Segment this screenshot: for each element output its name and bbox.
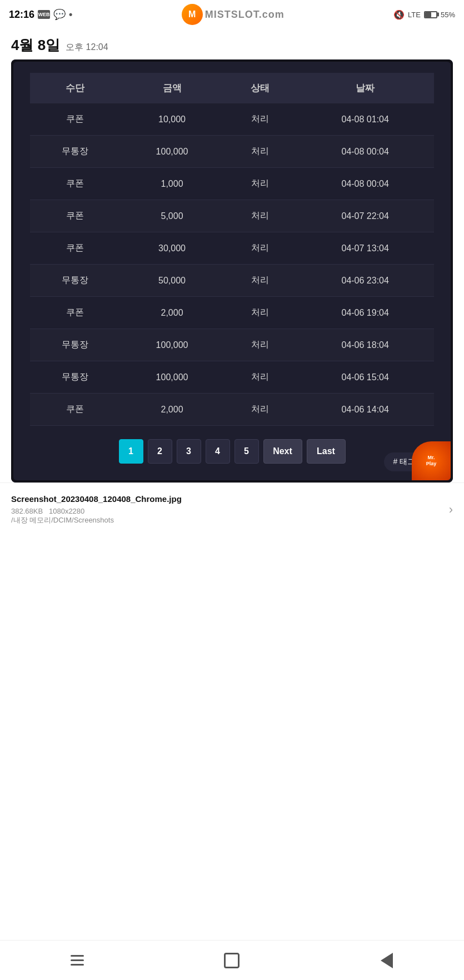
last-button[interactable]: Last: [307, 439, 346, 464]
cell-method: 쿠폰: [30, 200, 121, 232]
page-2-button[interactable]: 2: [148, 439, 172, 464]
cell-date: 04-07 13:04: [296, 232, 434, 265]
cell-status: 처리: [223, 103, 296, 136]
table-row: 쿠폰 5,000 처리 04-07 22:04: [30, 200, 434, 232]
status-icons-right: 🔇 LTE 55%: [393, 9, 455, 20]
next-button[interactable]: Next: [263, 439, 302, 464]
cell-status: 처리: [223, 136, 296, 168]
status-bar: 12:16 WEB 💬 • M MISTSLOT.com 🔇 LTE 55%: [0, 0, 464, 29]
cell-date: 04-06 14:04: [296, 394, 434, 426]
cell-date: 04-06 23:04: [296, 265, 434, 297]
cell-date: 04-08 00:04: [296, 168, 434, 200]
cell-status: 처리: [223, 200, 296, 232]
col-header-status: 상태: [223, 73, 296, 103]
cell-amount: 2,000: [121, 297, 223, 329]
back-icon: [381, 953, 393, 968]
mute-icon: 🔇: [393, 9, 405, 20]
screenshot-frame: 수단 금액 상태 날짜 쿠폰 10,000 처리 04-08 01:04 무통장…: [11, 59, 453, 482]
cell-amount: 30,000: [121, 232, 223, 265]
cell-method: 쿠폰: [30, 232, 121, 265]
cell-method: 쿠폰: [30, 103, 121, 136]
cell-amount: 1,000: [121, 168, 223, 200]
home-nav-button[interactable]: [218, 947, 246, 974]
page-1-button[interactable]: 1: [119, 439, 143, 464]
cell-date: 04-08 00:04: [296, 136, 434, 168]
col-header-method: 수단: [30, 73, 121, 103]
cell-method: 무통장: [30, 329, 121, 361]
cell-method: 무통장: [30, 265, 121, 297]
cell-date: 04-08 01:04: [296, 103, 434, 136]
time-display: 12:16: [9, 9, 34, 21]
page-3-button[interactable]: 3: [177, 439, 201, 464]
cell-method: 쿠폰: [30, 168, 121, 200]
file-dimensions: 1080x2280: [45, 507, 85, 515]
cell-status: 처리: [223, 329, 296, 361]
battery-icon: [424, 11, 437, 18]
screenshot-container: 수단 금액 상태 날짜 쿠폰 10,000 처리 04-08 01:04 무통장…: [11, 59, 453, 482]
cell-status: 처리: [223, 265, 296, 297]
file-size: 382.68KB: [11, 507, 43, 515]
file-name: Screenshot_20230408_120408_Chrome.jpg: [11, 494, 182, 504]
talk-icon: 💬: [53, 8, 66, 21]
mrplay-logo: Mr.Play: [412, 441, 451, 480]
cell-status: 처리: [223, 394, 296, 426]
table-row: 무통장 100,000 처리 04-06 15:04: [30, 361, 434, 394]
cell-amount: 100,000: [121, 136, 223, 168]
table-row: 쿠폰 1,000 처리 04-08 00:04: [30, 168, 434, 200]
page-4-button[interactable]: 4: [206, 439, 230, 464]
col-header-date: 날짜: [296, 73, 434, 103]
table-row: 쿠폰 2,000 처리 04-06 14:04: [30, 394, 434, 426]
pagination: 1 2 3 4 5 Next Last: [30, 439, 434, 464]
table-row: 무통장 100,000 처리 04-08 00:04: [30, 136, 434, 168]
page-5-button[interactable]: 5: [235, 439, 259, 464]
cell-status: 처리: [223, 232, 296, 265]
cell-amount: 100,000: [121, 361, 223, 394]
cell-amount: 100,000: [121, 329, 223, 361]
menu-icon: [71, 955, 84, 966]
home-icon: [224, 953, 240, 968]
file-meta: 382.68KB 1080x2280 /내장 메모리/DCIM/Screensh…: [11, 507, 182, 525]
file-detail-arrow[interactable]: ›: [449, 503, 453, 517]
cell-method: 무통장: [30, 136, 121, 168]
cell-method: 쿠폰: [30, 394, 121, 426]
file-info-section: Screenshot_20230408_120408_Chrome.jpg 38…: [0, 482, 464, 536]
screenshot-inner: 수단 금액 상태 날짜 쿠폰 10,000 처리 04-08 01:04 무통장…: [13, 62, 451, 480]
bottom-navigation: [0, 940, 464, 980]
file-info-left: Screenshot_20230408_120408_Chrome.jpg 38…: [11, 494, 182, 525]
cell-date: 04-07 22:04: [296, 200, 434, 232]
table-header-row: 수단 금액 상태 날짜: [30, 73, 434, 103]
date-display: 4월 8일: [11, 36, 60, 55]
cell-status: 처리: [223, 361, 296, 394]
data-table: 수단 금액 상태 날짜 쿠폰 10,000 처리 04-08 01:04 무통장…: [30, 73, 434, 426]
date-header: 4월 8일 오후 12:04: [0, 29, 464, 59]
cell-amount: 2,000: [121, 394, 223, 426]
table-row: 쿠폰 10,000 처리 04-08 01:04: [30, 103, 434, 136]
cell-amount: 5,000: [121, 200, 223, 232]
menu-nav-button[interactable]: [63, 947, 91, 974]
logo-area: M MISTSLOT.com: [182, 4, 285, 25]
cell-method: 쿠폰: [30, 297, 121, 329]
cell-method: 무통장: [30, 361, 121, 394]
file-path: /내장 메모리/DCIM/Screenshots: [11, 516, 114, 524]
status-time-area: 12:16 WEB 💬 •: [9, 8, 72, 21]
back-nav-button[interactable]: [373, 947, 401, 974]
web-icon: WEB: [38, 10, 50, 19]
cell-date: 04-06 19:04: [296, 297, 434, 329]
cell-amount: 10,000: [121, 103, 223, 136]
logo-text: MISTSLOT.com: [205, 9, 285, 21]
battery-percent: 55%: [441, 11, 455, 19]
table-row: 쿠폰 2,000 처리 04-06 19:04: [30, 297, 434, 329]
col-header-amount: 금액: [121, 73, 223, 103]
cell-amount: 50,000: [121, 265, 223, 297]
table-row: 무통장 100,000 처리 04-06 18:04: [30, 329, 434, 361]
table-row: 무통장 50,000 처리 04-06 23:04: [30, 265, 434, 297]
time-display-header: 오후 12:04: [66, 42, 108, 53]
cell-date: 04-06 15:04: [296, 361, 434, 394]
bullet-icon: •: [69, 9, 72, 21]
signal-label: LTE: [408, 11, 421, 19]
cell-date: 04-06 18:04: [296, 329, 434, 361]
table-row: 쿠폰 30,000 처리 04-07 13:04: [30, 232, 434, 265]
cell-status: 처리: [223, 168, 296, 200]
cell-status: 처리: [223, 297, 296, 329]
screenshot-frame-inner: 수단 금액 상태 날짜 쿠폰 10,000 처리 04-08 01:04 무통장…: [13, 62, 451, 480]
